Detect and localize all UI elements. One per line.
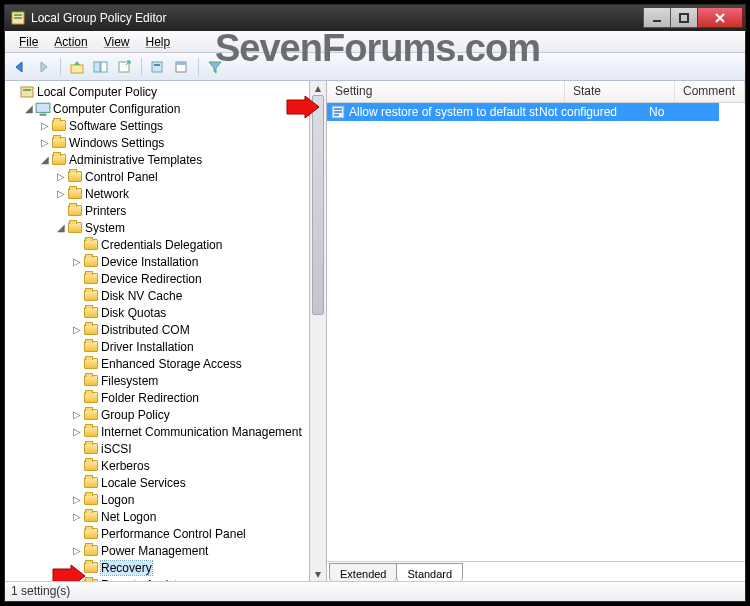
folder-icon [83,289,99,303]
close-button[interactable] [697,8,743,28]
tree-enhanced-storage-access[interactable]: Enhanced Storage Access [7,355,309,372]
up-button[interactable] [66,56,88,78]
svg-rect-19 [334,111,342,113]
tree-logon[interactable]: ▷Logon [7,491,309,508]
tree-iscsi[interactable]: iSCSI [7,440,309,457]
expander-icon[interactable]: ▷ [71,409,83,420]
folder-icon [83,306,99,320]
tree-control-panel[interactable]: ▷Control Panel [7,168,309,185]
folder-icon [51,119,67,133]
tree-disk-quotas[interactable]: Disk Quotas [7,304,309,321]
tree-network[interactable]: ▷Network [7,185,309,202]
folder-icon [83,391,99,405]
tree-scrollbar[interactable]: ▴ ▾ [310,81,327,581]
tree-device-installation[interactable]: ▷Device Installation [7,253,309,270]
folder-icon [83,459,99,473]
tree-disk-nv-cache[interactable]: Disk NV Cache [7,287,309,304]
expander-icon[interactable]: ◢ [55,222,67,233]
filter-button[interactable] [204,56,226,78]
tab-extended[interactable]: Extended [329,563,397,581]
expander-icon[interactable]: ▷ [71,545,83,556]
folder-icon [83,442,99,456]
expander-icon[interactable]: ▷ [39,137,51,148]
expander-icon[interactable]: ▷ [71,324,83,335]
expander-icon[interactable]: ▷ [71,256,83,267]
folder-icon [83,544,99,558]
folder-icon [83,255,99,269]
status-text: 1 setting(s) [11,584,70,598]
refresh-button[interactable] [147,56,169,78]
menu-file[interactable]: File [11,32,46,52]
folder-icon [83,238,99,252]
svg-rect-18 [334,108,342,110]
tree-administrative-templates[interactable]: ◢Administrative Templates [7,151,309,168]
tree-locale-services[interactable]: Locale Services [7,474,309,491]
maximize-button[interactable] [670,8,698,28]
expander-icon[interactable]: ▷ [55,188,67,199]
tree-system[interactable]: ◢System [7,219,309,236]
tree-kerberos[interactable]: Kerberos [7,457,309,474]
expander-icon[interactable]: ▷ [55,171,67,182]
svg-rect-13 [21,87,33,97]
folder-icon [51,136,67,150]
menu-action[interactable]: Action [46,32,95,52]
tree-folder-redirection[interactable]: Folder Redirection [7,389,309,406]
col-state[interactable]: State [565,81,675,102]
col-comment[interactable]: Comment [675,81,745,102]
minimize-button[interactable] [643,8,671,28]
svg-rect-5 [71,65,83,73]
folder-icon [83,272,99,286]
setting-state: Not configured [539,105,649,119]
expander-icon[interactable]: ◢ [23,103,35,114]
tree-driver-installation[interactable]: Driver Installation [7,338,309,355]
app-icon [11,11,25,25]
properties-button[interactable] [171,56,193,78]
svg-rect-14 [23,89,31,91]
tree-distributed-com[interactable]: ▷Distributed COM [7,321,309,338]
tree-root[interactable]: Local Computer Policy [7,83,309,100]
tree-recovery[interactable]: Recovery [7,559,309,576]
menubar: File Action View Help SevenForums.com [5,31,745,53]
statusbar: 1 setting(s) [5,581,745,601]
expander-icon[interactable]: ▷ [39,120,51,131]
svg-rect-6 [94,62,100,72]
expander-icon[interactable]: ▷ [71,494,83,505]
col-setting[interactable]: Setting [327,81,565,102]
tree-remote-assistance[interactable]: Remote Assistance [7,576,309,581]
tree-credentials-delegation[interactable]: Credentials Delegation [7,236,309,253]
setting-comment: No [649,105,719,119]
tree-internet-communication-management[interactable]: ▷Internet Communication Management [7,423,309,440]
folder-icon [83,340,99,354]
menu-view[interactable]: View [96,32,138,52]
show-hide-tree-button[interactable] [90,56,112,78]
forward-button[interactable] [33,56,55,78]
svg-rect-1 [14,14,22,16]
setting-row[interactable]: Allow restore of system to default state… [327,103,719,121]
folder-icon [83,323,99,337]
tree-printers[interactable]: Printers [7,202,309,219]
tab-standard[interactable]: Standard [396,563,463,581]
expander-icon[interactable]: ▷ [71,426,83,437]
export-button[interactable] [114,56,136,78]
tree-filesystem[interactable]: Filesystem [7,372,309,389]
scrollbar-thumb[interactable] [312,95,324,315]
tree-performance-control-panel[interactable]: Performance Control Panel [7,525,309,542]
expander-icon[interactable]: ◢ [39,154,51,165]
expander-icon[interactable]: ▷ [71,511,83,522]
folder-icon [83,408,99,422]
tree-software-settings[interactable]: ▷Software Settings [7,117,309,134]
tree-windows-settings[interactable]: ▷Windows Settings [7,134,309,151]
folder-icon [67,221,83,235]
window-title: Local Group Policy Editor [31,11,644,25]
svg-rect-9 [152,62,162,72]
tree-computer-configuration[interactable]: ◢Computer Configuration [7,100,309,117]
tree-net-logon[interactable]: ▷Net Logon [7,508,309,525]
tree-device-redirection[interactable]: Device Redirection [7,270,309,287]
menu-help[interactable]: Help [138,32,179,52]
tree-group-policy[interactable]: ▷Group Policy [7,406,309,423]
folder-icon [83,561,99,575]
back-button[interactable] [9,56,31,78]
svg-rect-10 [154,64,160,66]
tree-power-management[interactable]: ▷Power Management [7,542,309,559]
tree-pane[interactable]: Local Computer Policy◢Computer Configura… [5,81,310,581]
